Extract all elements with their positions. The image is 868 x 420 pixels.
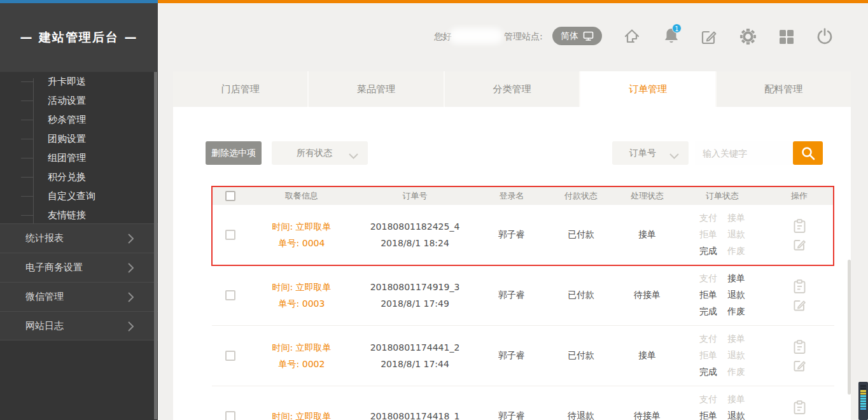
status-link-refund[interactable]: 退款 [727, 290, 745, 301]
mini-widget-stripe [860, 398, 866, 400]
sidebar-scrollbar[interactable] [154, 72, 157, 419]
app-title: — 建站管理后台 — [0, 3, 158, 72]
clipboard-icon[interactable] [793, 340, 806, 354]
edit-icon[interactable] [701, 29, 717, 48]
search-input[interactable] [695, 141, 792, 165]
home-icon[interactable] [623, 27, 641, 48]
notification-badge: 1 [672, 24, 682, 33]
grid-icon[interactable] [779, 29, 794, 47]
tab-order-manage[interactable]: 订单管理 [580, 71, 716, 107]
process-status: 待接单 [614, 410, 680, 420]
sidebar-sections: 统计报表 电子商务设置 微信管理 网站日志 [0, 223, 158, 340]
status-link-accept[interactable]: 接单 [727, 273, 745, 284]
pickup-info: 时间: 立即取单 单号: 0002 [249, 339, 354, 372]
sidebar-item-wechat-manage[interactable]: 微信管理 [0, 282, 158, 311]
language-site-button[interactable]: 简体 [552, 27, 602, 45]
order-number: 20180801174418_1 [354, 408, 475, 420]
order-status-links: 支付 接单 拒单 退款 完成 作废 [699, 273, 745, 318]
order-status-links: 支付 接单 拒单 退款 完成 作废 [699, 213, 745, 257]
gear-icon[interactable] [739, 28, 757, 48]
status-link-accept[interactable]: 接单 [727, 213, 745, 224]
monitor-icon [583, 31, 594, 41]
payment-status: 已付款 [548, 350, 614, 361]
search-type-dropdown[interactable]: 订单号 [612, 141, 689, 165]
status-link-accept[interactable]: 接单 [727, 333, 745, 345]
tab-category-manage[interactable]: 分类管理 [445, 71, 580, 107]
search-button[interactable] [793, 141, 823, 165]
chevron-right-icon [128, 263, 134, 276]
status-filter-dropdown[interactable]: 所有状态 [272, 141, 368, 165]
clipboard-icon[interactable] [793, 400, 806, 415]
status-link-complete[interactable]: 完成 [699, 306, 717, 318]
sidebar-item-ecommerce-settings[interactable]: 电子商务设置 [0, 253, 158, 282]
search-icon [800, 145, 816, 162]
row-checkbox[interactable] [225, 411, 235, 420]
status-link-void[interactable]: 作废 [727, 306, 745, 318]
sidebar-item-custom-query[interactable]: 自定义查询 [0, 186, 158, 206]
row-checkbox[interactable] [225, 290, 235, 300]
edit-icon[interactable] [793, 238, 806, 251]
status-link-reject[interactable]: 拒单 [699, 350, 717, 361]
status-link-pay[interactable]: 支付 [699, 394, 717, 405]
row-checkbox[interactable] [225, 230, 235, 240]
status-link-reject[interactable]: 拒单 [699, 410, 717, 420]
sidebar-item-groupbuy-settings[interactable]: 团购设置 [0, 129, 158, 148]
chevron-right-icon [128, 321, 134, 334]
tab-ingredient-manage[interactable]: 配料管理 [717, 71, 851, 107]
order-status-links: 支付 接单 拒单 退款 完成 作废 [699, 333, 745, 378]
bell-icon[interactable]: 1 [663, 27, 680, 48]
order-table: 时间: 立即取单 单号: 0004 20180801182425_4 2018/… [212, 205, 834, 420]
status-link-refund[interactable]: 退款 [727, 410, 745, 420]
chevron-right-icon [128, 292, 134, 305]
order-status-links: 支付 接单 拒单 退款 完成 作废 [699, 394, 745, 420]
select-all-checkbox[interactable] [225, 191, 235, 201]
sidebar-item-site-logs[interactable]: 网站日志 [0, 311, 158, 340]
sidebar-item-activity-settings[interactable]: 活动设置 [0, 91, 158, 110]
order-manage-panel: 删除选中项 所有状态 订单号 取餐信息 订单号 登录名 付款状态 处理状态 订单… [173, 107, 851, 420]
edit-icon[interactable] [793, 298, 806, 312]
chevron-down-icon [349, 151, 358, 161]
payment-status: 已付款 [548, 290, 614, 301]
status-link-refund[interactable]: 退款 [727, 350, 745, 361]
status-link-pay[interactable]: 支付 [699, 213, 717, 224]
sidebar-item-flashsale[interactable]: 秒杀管理 [0, 110, 158, 129]
status-link-reject[interactable]: 拒单 [699, 290, 717, 301]
col-actions: 操作 [764, 190, 834, 202]
login-name: 郭子睿 [475, 350, 548, 361]
status-link-complete[interactable]: 完成 [699, 367, 717, 378]
sidebar-item-friend-links[interactable]: 友情链接 [0, 206, 158, 225]
col-process-status: 处理状态 [614, 190, 680, 202]
order-number: 20180801174441_2 2018/8/1 17:44 [354, 339, 475, 372]
row-checkbox[interactable] [225, 351, 235, 361]
status-link-complete[interactable]: 完成 [699, 246, 717, 257]
clipboard-icon[interactable] [793, 219, 806, 234]
status-link-pay[interactable]: 支付 [699, 273, 717, 284]
status-link-reject[interactable]: 拒单 [699, 229, 717, 241]
sidebar-item-group-manage[interactable]: 组团管理 [0, 148, 158, 167]
tab-store-manage[interactable]: 门店管理 [173, 71, 309, 107]
sidebar-item-points-exchange[interactable]: 积分兑换 [0, 167, 158, 186]
status-link-void[interactable]: 作废 [727, 367, 745, 378]
pickup-info: 时间: 立即取单 单号: 0003 [249, 279, 354, 312]
mini-widget[interactable] [858, 382, 868, 420]
mini-widget-stripe [860, 388, 866, 389]
edit-icon[interactable] [793, 359, 806, 372]
status-link-accept[interactable]: 接单 [727, 394, 745, 405]
delete-selected-button[interactable]: 删除选中项 [206, 141, 262, 165]
content-scrollbar[interactable] [848, 260, 851, 395]
clipboard-icon[interactable] [793, 279, 806, 294]
table-row: 时间: 立即取单 单号: 0003 20180801174919_3 2018/… [212, 265, 834, 326]
status-link-refund[interactable]: 退款 [727, 229, 745, 241]
sidebar-item-statistics[interactable]: 统计报表 [0, 223, 158, 253]
sidebar-item-card-gift[interactable]: 升卡即送 [0, 72, 158, 91]
status-link-void[interactable]: 作废 [727, 246, 745, 257]
login-name: 郭子睿 [475, 290, 548, 301]
mini-widget-stripe [860, 385, 866, 387]
tab-dish-manage[interactable]: 菜品管理 [309, 71, 444, 107]
status-link-pay[interactable]: 支付 [699, 333, 717, 345]
mini-widget-stripe [860, 405, 866, 407]
mini-widget-stripe [860, 393, 866, 395]
mini-widget-stripe [860, 403, 866, 405]
power-icon[interactable] [816, 27, 834, 48]
login-name: 郭子睿 [475, 410, 548, 420]
